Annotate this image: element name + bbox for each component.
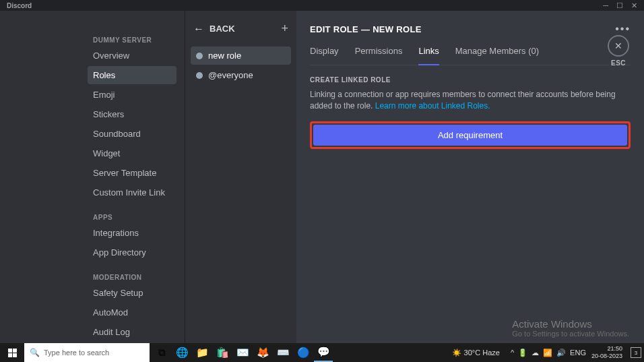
taskbar-app-firefox[interactable]: 🦊 <box>253 343 272 362</box>
more-options-icon[interactable]: ••• <box>615 23 631 35</box>
taskbar-clock[interactable]: 21:50 20-08-2023 <box>591 345 622 360</box>
tab-display[interactable]: Display <box>310 46 339 65</box>
weather-icon: ☀️ <box>452 349 461 357</box>
sidebar-item-widget[interactable]: Widget <box>88 144 176 162</box>
window-minimize-icon[interactable]: ─ <box>603 1 608 9</box>
sidebar-heading-apps: APPS <box>93 214 176 221</box>
system-tray[interactable]: ^ 🔋 ☁ 📶 🔊 ENG <box>511 349 586 357</box>
taskbar-app-store[interactable]: 🛍️ <box>213 343 232 362</box>
window-close-icon[interactable]: ✕ <box>631 1 637 10</box>
notification-center-icon[interactable]: 3 <box>631 347 641 358</box>
role-item-label: @everyone <box>208 70 253 80</box>
sidebar-item-emoji[interactable]: Emoji <box>88 86 176 104</box>
sidebar-item-overview[interactable]: Overview <box>88 47 176 65</box>
sidebar-item-app-directory[interactable]: App Directory <box>88 243 176 262</box>
add-requirement-highlight: Add requirement <box>310 121 631 149</box>
edit-role-panel: EDIT ROLE — NEW ROLE ••• Display Permiss… <box>296 11 644 343</box>
role-color-dot-icon <box>196 53 203 59</box>
sidebar-heading-server: DUMMY SERVER <box>93 36 176 44</box>
task-view-icon[interactable]: ⧉ <box>152 343 171 362</box>
add-role-button[interactable]: + <box>281 22 288 36</box>
sidebar-item-roles[interactable]: Roles <box>88 66 176 84</box>
close-icon: ✕ <box>614 40 622 51</box>
sidebar-item-safety-setup[interactable]: Safety Setup <box>88 284 176 302</box>
activate-windows-watermark: Activate Windows Go to Settings to activ… <box>512 318 629 338</box>
tray-volume-icon[interactable]: 🔊 <box>556 349 566 357</box>
windows-taskbar: 🔍 Type here to search ⧉ 🌐 📁 🛍️ ✉️ 🦊 ⌨️ 🔵… <box>0 343 644 362</box>
settings-sidebar: DUMMY SERVER Overview Roles Emoji Sticke… <box>0 11 185 343</box>
windows-icon <box>8 349 17 357</box>
taskbar-app-explorer[interactable]: 📁 <box>193 343 212 362</box>
taskbar-search[interactable]: 🔍 Type here to search <box>24 343 150 362</box>
close-settings-button[interactable]: ✕ ESC <box>608 35 629 67</box>
tab-manage-members[interactable]: Manage Members (0) <box>455 46 539 65</box>
taskbar-app-discord[interactable]: 💬 <box>314 343 333 362</box>
back-label: BACK <box>210 24 235 34</box>
search-placeholder: Type here to search <box>44 349 109 357</box>
tab-links[interactable]: Links <box>418 46 439 65</box>
learn-more-link[interactable]: Learn more about Linked Roles. <box>375 101 490 111</box>
role-tabs: Display Permissions Links Manage Members… <box>310 46 631 65</box>
arrow-left-icon: ← <box>193 23 204 35</box>
roles-list-column: ← BACK + new role @everyone <box>185 11 296 343</box>
role-item-new-role[interactable]: new role <box>191 47 291 65</box>
sidebar-item-stickers[interactable]: Stickers <box>88 105 176 123</box>
role-item-everyone[interactable]: @everyone <box>191 66 291 84</box>
taskbar-app-vscode[interactable]: ⌨️ <box>273 343 292 362</box>
tray-battery-icon[interactable]: 🔋 <box>518 349 527 357</box>
sidebar-item-automod[interactable]: AutoMod <box>88 303 176 322</box>
sidebar-item-integrations[interactable]: Integrations <box>88 224 176 242</box>
tab-permissions[interactable]: Permissions <box>355 46 403 65</box>
taskbar-app-chrome[interactable]: 🔵 <box>294 343 313 362</box>
search-icon: 🔍 <box>30 348 40 357</box>
tray-chevron-icon[interactable]: ^ <box>511 349 514 357</box>
titlebar-app-name: Discord <box>3 2 32 9</box>
sidebar-item-soundboard[interactable]: Soundboard <box>88 125 176 143</box>
window-maximize-icon[interactable]: ☐ <box>616 1 623 10</box>
start-button[interactable] <box>0 343 24 362</box>
tray-onedrive-icon[interactable]: ☁ <box>532 349 539 357</box>
sidebar-item-audit-log[interactable]: Audit Log <box>88 323 176 341</box>
add-requirement-button[interactable]: Add requirement <box>313 125 627 146</box>
panel-title: EDIT ROLE — NEW ROLE <box>310 24 422 34</box>
linked-role-description: Linking a connection or app requires mem… <box>310 89 631 112</box>
linked-role-heading: CREATE LINKED ROLE <box>310 76 631 84</box>
sidebar-item-server-template[interactable]: Server Template <box>88 164 176 182</box>
tray-language[interactable]: ENG <box>570 349 586 357</box>
taskbar-app-edge[interactable]: 🌐 <box>172 343 191 362</box>
back-button[interactable]: ← BACK <box>193 23 235 35</box>
esc-label: ESC <box>611 59 626 67</box>
role-color-dot-icon <box>196 72 203 79</box>
taskbar-app-mail[interactable]: ✉️ <box>233 343 252 362</box>
role-item-label: new role <box>208 51 241 61</box>
sidebar-item-custom-invite[interactable]: Custom Invite Link <box>88 183 176 202</box>
taskbar-weather[interactable]: ☀️ 30°C Haze <box>452 349 500 357</box>
tray-wifi-icon[interactable]: 📶 <box>543 349 552 357</box>
sidebar-heading-moderation: MODERATION <box>93 274 176 281</box>
